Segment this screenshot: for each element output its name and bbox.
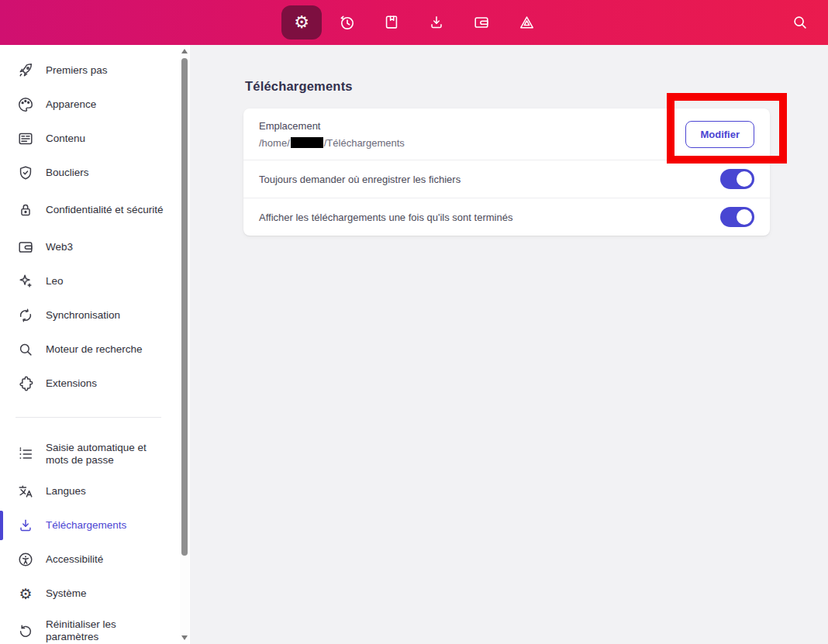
gear-icon: ⚙: [294, 14, 309, 31]
sidebar-item-label: Accessibilité: [46, 553, 103, 566]
sidebar-item-label: Synchronisation: [46, 309, 120, 322]
bookmarks-button[interactable]: [371, 5, 412, 40]
page-title: Téléchargements: [245, 79, 828, 94]
downloads-settings-card: Emplacement /home//Téléchargements Modif…: [243, 108, 770, 236]
rewards-button[interactable]: [506, 5, 547, 40]
reset-icon: [17, 622, 34, 639]
download-icon: [428, 14, 445, 31]
location-path: /home//Téléchargements: [259, 137, 405, 149]
sidebar-item-accessibilite[interactable]: Accessibilité: [0, 542, 190, 577]
sidebar-item-moteur-de-recherche[interactable]: Moteur de recherche: [0, 332, 190, 367]
download-location-info: Emplacement /home//Téléchargements: [259, 120, 405, 149]
location-label: Emplacement: [259, 120, 405, 132]
settings-sidebar: Premiers pas Apparence Contenu Boucliers: [0, 45, 190, 644]
sidebar-item-boucliers[interactable]: Boucliers: [0, 156, 190, 190]
sidebar-item-apparence[interactable]: Apparence: [0, 88, 190, 122]
sidebar-scrollbar[interactable]: [180, 45, 189, 644]
modifier-button[interactable]: Modifier: [685, 121, 754, 148]
settings-tab-button[interactable]: ⚙: [281, 5, 322, 40]
settings-main-panel: Téléchargements Emplacement /home//Téléc…: [190, 45, 828, 644]
ask-where-to-save-row: Toujours demander où enregistrer les fic…: [243, 160, 770, 198]
download-icon: [17, 517, 34, 534]
scrollbar-up-arrow[interactable]: [181, 49, 188, 53]
sidebar-item-label: Web3: [46, 241, 73, 253]
vertical-divider: [671, 119, 672, 149]
sidebar-divider: [16, 417, 161, 418]
sidebar-item-label: Système: [46, 587, 87, 600]
sidebar-item-label: Boucliers: [46, 167, 89, 179]
show-downloads-when-done-row: Afficher les téléchargements une fois qu…: [243, 198, 770, 236]
sidebar-item-label: Téléchargements: [46, 519, 126, 532]
sidebar-item-label: Saisie automatique et mots de passe: [46, 442, 164, 466]
lock-icon: [17, 201, 34, 219]
wallet-icon: [17, 239, 34, 256]
search-icon: [17, 341, 34, 358]
sidebar-item-premiers-pas[interactable]: Premiers pas: [0, 53, 190, 88]
rewards-triangle-icon: [518, 14, 536, 32]
translate-icon: [17, 483, 34, 500]
palette-icon: [17, 96, 34, 113]
sparkle-icon: [17, 273, 34, 290]
sidebar-item-label: Apparence: [46, 98, 96, 111]
location-path-suffix: /Téléchargements: [324, 137, 405, 149]
sidebar-item-label: Premiers pas: [46, 64, 108, 77]
shield-check-icon: [17, 164, 34, 181]
accessibility-icon: [17, 551, 34, 568]
sidebar-item-label: Réinitialiser les paramètres: [46, 618, 164, 642]
topbar-icon-group: ⚙: [281, 5, 547, 40]
sidebar-item-label: Extensions: [46, 377, 97, 390]
browser-settings-topbar: ⚙: [0, 0, 828, 45]
puzzle-icon: [17, 375, 34, 392]
ask-where-to-save-toggle[interactable]: [720, 169, 754, 189]
search-button[interactable]: [786, 9, 814, 36]
sidebar-item-label: Leo: [46, 275, 64, 288]
sidebar-item-systeme[interactable]: ⚙ Système: [0, 577, 190, 611]
sidebar-item-label: Confidentialité et sécurité: [46, 204, 164, 216]
sidebar-item-synchronisation[interactable]: Synchronisation: [0, 298, 190, 332]
sidebar-item-langues[interactable]: Langues: [0, 474, 190, 508]
sidebar-item-web3[interactable]: Web3: [0, 230, 190, 264]
search-icon: [792, 14, 809, 31]
toggle-row-label: Afficher les téléchargements une fois qu…: [259, 212, 512, 223]
content-page-icon: [17, 130, 34, 147]
bookmarks-book-icon: [383, 14, 400, 31]
rocket-icon: [17, 62, 34, 79]
settings-shell: Premiers pas Apparence Contenu Boucliers: [0, 45, 828, 644]
sidebar-item-extensions[interactable]: Extensions: [0, 367, 190, 401]
sidebar-item-label: Moteur de recherche: [46, 343, 143, 356]
wallet-icon: [473, 14, 490, 31]
location-path-prefix: /home/: [259, 137, 290, 149]
scrollbar-down-arrow[interactable]: [181, 635, 188, 640]
sidebar-item-label: Langues: [46, 485, 86, 498]
scrollbar-thumb[interactable]: [181, 58, 188, 556]
sidebar-item-leo[interactable]: Leo: [0, 264, 190, 298]
wallet-button[interactable]: [461, 5, 502, 40]
sidebar-item-contenu[interactable]: Contenu: [0, 122, 190, 156]
sidebar-item-telechargements[interactable]: Téléchargements: [0, 508, 190, 542]
autofill-list-icon: [17, 446, 34, 463]
sidebar-item-label: Contenu: [46, 133, 85, 145]
redacted-username: [291, 137, 323, 148]
sync-icon: [17, 307, 34, 324]
show-downloads-when-done-toggle[interactable]: [720, 207, 754, 227]
downloads-button[interactable]: [416, 5, 457, 40]
history-clock-icon: [338, 14, 356, 32]
sidebar-item-saisie-automatique[interactable]: Saisie automatique et mots de passe: [0, 434, 190, 474]
history-button[interactable]: [326, 5, 367, 40]
toggle-row-label: Toujours demander où enregistrer les fic…: [259, 174, 461, 185]
gear-icon: ⚙: [17, 585, 34, 602]
sidebar-item-confidentialite[interactable]: Confidentialité et sécurité: [0, 190, 190, 230]
download-location-row: Emplacement /home//Téléchargements Modif…: [243, 108, 770, 160]
sidebar-item-reinitialiser[interactable]: Réinitialiser les paramètres: [0, 611, 190, 644]
